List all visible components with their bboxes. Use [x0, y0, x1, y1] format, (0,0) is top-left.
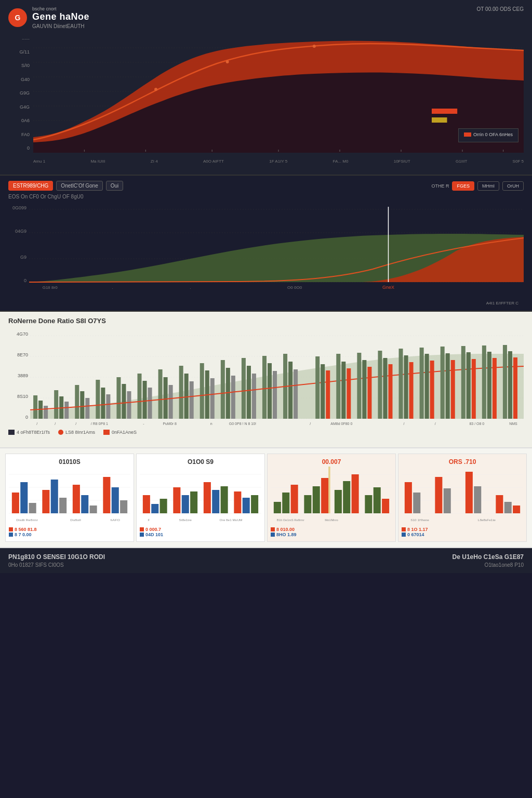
- svg-rect-153: [160, 499, 167, 513]
- svg-text:G0 0P8 !  N  8 10!: G0 0P8 ! N 8 10!: [229, 422, 256, 425]
- svg-rect-159: [221, 486, 228, 513]
- svg-rect-175: [321, 478, 328, 513]
- main-title: Gene haNoe: [32, 11, 524, 22]
- svg-text:F: F: [148, 518, 150, 522]
- svg-rect-103: [446, 353, 450, 419]
- svg-text:-: -: [143, 422, 144, 425]
- mini-chart-1: 01010S Disilli Re8rmr Do8oII hAFO: [5, 454, 134, 542]
- mini-chart-2-svg: F St8e1tre Ore 8e1 MoUM: [140, 467, 261, 524]
- svg-rect-113: [513, 357, 517, 419]
- svg-rect-65: [169, 385, 173, 419]
- section1-top-chart: G bsche cnort Gene haNoe GAUVIN DiinetEA…: [0, 0, 532, 176]
- svg-text:MoUMnro: MoUMnro: [325, 518, 338, 522]
- svg-rect-193: [466, 472, 473, 513]
- svg-text:Disilli  Re8rmr: Disilli Re8rmr: [16, 518, 38, 521]
- svg-rect-170: [274, 502, 281, 513]
- svg-rect-171: [282, 493, 289, 513]
- section3-title: RoNerne Done Ratio S8I O7YS: [8, 317, 524, 325]
- svg-text:Ore  8e1  MoUM: Ore 8e1 MoUM: [220, 518, 243, 522]
- svg-rect-48: [54, 390, 58, 419]
- svg-text:/: /: [55, 422, 56, 425]
- filter-mhmi[interactable]: MHmI: [477, 181, 499, 191]
- svg-rect-84: [315, 356, 320, 419]
- svg-text:/: /: [310, 422, 311, 425]
- svg-rect-174: [313, 486, 320, 513]
- mini-chart-1-legend: 8 560 81.8 8 7 0.00: [9, 527, 130, 537]
- mini-chart-2-title: O1O0 S9: [140, 458, 261, 466]
- svg-text:GneX: GneX: [382, 285, 394, 290]
- filter-fges[interactable]: FGES: [452, 181, 474, 191]
- svg-rect-61: [143, 381, 147, 419]
- tab-onetic[interactable]: OnetIC'Of Gone: [56, 181, 102, 191]
- svg-text:/ R8 0P8 1: / R8 0P8 1: [91, 422, 108, 425]
- svg-rect-191: [435, 477, 442, 513]
- mini-chart-2: O1O0 S9 F St8e1tre Ore 8e1 MoUM: [136, 454, 265, 542]
- svg-rect-94: [383, 358, 387, 419]
- svg-rect-98: [409, 362, 414, 419]
- svg-rect-102: [441, 347, 445, 419]
- svg-rect-92: [367, 367, 371, 419]
- svg-rect-176: [335, 490, 342, 513]
- svg-rect-179: [365, 495, 372, 513]
- footer: PN1g810 O SENSEI 10G1O RODI 0Ho 01827 SI…: [0, 548, 532, 573]
- svg-text:83 / O8 0: 83 / O8 0: [469, 422, 484, 425]
- svg-rect-62: [148, 388, 152, 419]
- svg-text:8S10: 8S10: [17, 394, 28, 399]
- footer-left: PN1g810 O SENSEI 10G1O RODI 0Ho 01827 SI…: [8, 553, 105, 568]
- svg-rect-75: [242, 358, 246, 419]
- svg-rect-181: [382, 499, 389, 513]
- svg-rect-64: [164, 377, 168, 419]
- top-right-label: OT 00.00 ODS CEG: [477, 6, 524, 12]
- svg-rect-139: [81, 495, 88, 513]
- svg-rect-101: [430, 361, 434, 419]
- svg-rect-172: [291, 485, 298, 513]
- svg-text:St8e1tre: St8e1tre: [179, 518, 192, 522]
- legend3-color-3: [103, 430, 110, 435]
- mini-chart-4-title: ORS .710: [402, 458, 523, 466]
- svg-rect-151: [143, 495, 150, 513]
- tab-oui[interactable]: Oui: [106, 181, 124, 191]
- svg-text:hAFO: hAFO: [111, 518, 120, 521]
- footer-right-sub: O1tao1one8 P10: [453, 562, 524, 568]
- svg-rect-67: [184, 374, 189, 419]
- svg-rect-69: [200, 363, 204, 419]
- svg-rect-106: [467, 352, 471, 419]
- svg-text:0G099: 0G099: [12, 205, 26, 210]
- svg-rect-87: [336, 354, 340, 419]
- svg-rect-194: [474, 486, 481, 513]
- svg-rect-154: [173, 487, 180, 513]
- svg-rect-156: [190, 491, 197, 513]
- svg-rect-53: [85, 398, 89, 419]
- svg-text:/: /: [435, 422, 436, 425]
- svg-text:4G70: 4G70: [17, 331, 28, 337]
- svg-rect-57: [116, 377, 121, 419]
- svg-rect-161: [243, 498, 250, 513]
- mini-chart-2-legend: 0 000.7 04D 101: [140, 527, 261, 537]
- svg-rect-111: [503, 345, 507, 419]
- svg-rect-72: [221, 360, 225, 419]
- legend-color-1: [464, 132, 471, 137]
- svg-point-10: [313, 45, 316, 48]
- chart1-area: [33, 33, 524, 153]
- svg-rect-68: [190, 381, 194, 419]
- chart1-x-axis: Amu 1 Ma IUIII ZI 4 A0O AIFTT 1F A1IY 5 …: [33, 154, 524, 168]
- svg-rect-58: [122, 384, 126, 419]
- svg-rect-55: [101, 388, 105, 419]
- tab-estr[interactable]: ESTR989/CHG: [8, 181, 53, 191]
- mini-chart-3-legend: 8 010.00 8HO 1.89: [271, 527, 392, 537]
- svg-rect-109: [487, 352, 491, 419]
- mini-chart-3-svg: B1It Oe1mS Re8rmr MoUMnro: [271, 467, 392, 524]
- filter-oruh[interactable]: OrUH: [502, 181, 524, 191]
- mini-chart-3: 00.007 B1It Oe1mS Re8rmr MoUMnro: [267, 454, 396, 542]
- svg-rect-52: [80, 391, 84, 419]
- svg-rect-71: [210, 378, 215, 419]
- svg-text:S10  1Hhene: S10 1Hhene: [410, 518, 429, 522]
- svg-rect-95: [388, 364, 392, 419]
- svg-rect-182: [328, 467, 330, 513]
- legend-item-1: Orrin 0 OFA 6nHes: [464, 132, 513, 137]
- svg-rect-104: [451, 360, 455, 419]
- svg-rect-155: [182, 495, 189, 513]
- section2-filters: OTHE R FGES MHmI OrUH: [431, 181, 524, 191]
- svg-rect-60: [138, 374, 142, 419]
- footer-left-sub: 0Ho 01827 SIFS CI0OS: [8, 562, 105, 568]
